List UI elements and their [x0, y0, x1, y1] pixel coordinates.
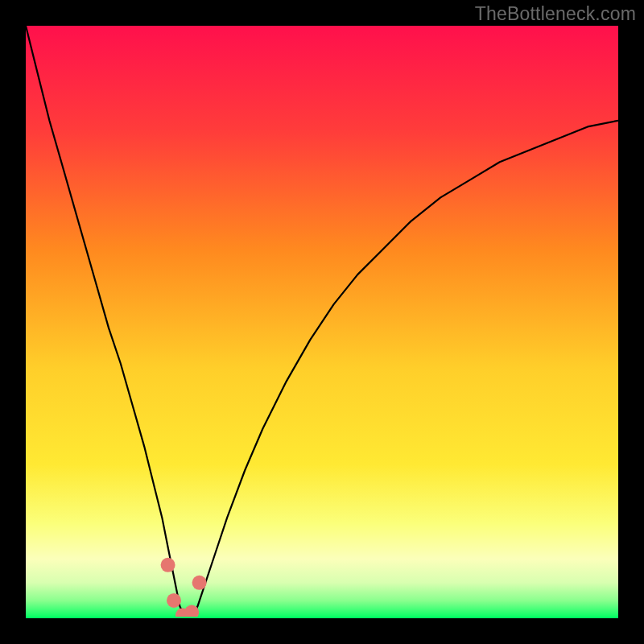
- chart-svg: [26, 26, 618, 618]
- green-baseline: [26, 617, 618, 618]
- watermark-text: TheBottleneck.com: [475, 3, 636, 25]
- chart-frame: TheBottleneck.com: [0, 0, 644, 644]
- marker-point-1: [167, 593, 181, 608]
- marker-point-0: [161, 558, 175, 572]
- marker-point-4: [192, 576, 207, 590]
- plot-area: [26, 26, 618, 618]
